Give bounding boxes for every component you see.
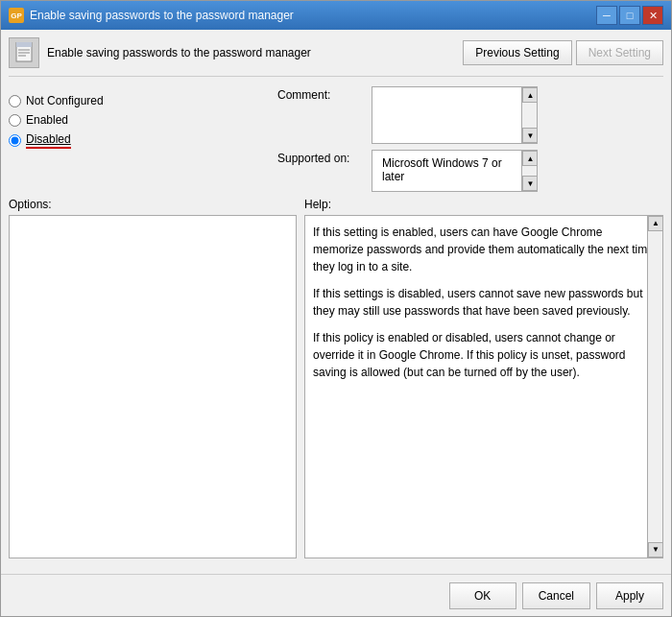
ok-button[interactable]: OK <box>449 582 516 609</box>
comment-scrollbar[interactable]: ▲ ▼ <box>521 87 537 143</box>
header-row: Enable saving passwords to the password … <box>9 37 663 77</box>
minimize-button[interactable]: ─ <box>596 6 617 25</box>
comment-textarea[interactable] <box>372 87 521 143</box>
supported-scrollbar[interactable]: ▲ ▼ <box>521 151 537 191</box>
help-section: Help: If this setting is enabled, users … <box>304 198 663 558</box>
previous-setting-button[interactable]: Previous Setting <box>463 40 571 65</box>
radio-disabled-label: Disabled <box>26 132 71 149</box>
radio-enabled[interactable]: Enabled <box>9 113 143 127</box>
help-scroll-down[interactable]: ▼ <box>648 542 663 558</box>
supported-box: Microsoft Windows 7 or later ▲ ▼ <box>372 150 538 192</box>
options-label: Options: <box>9 198 297 211</box>
comment-label: Comment: <box>277 86 364 102</box>
apply-button[interactable]: Apply <box>596 582 663 609</box>
next-setting-button[interactable]: Next Setting <box>576 40 663 65</box>
main-window: GP Enable saving passwords to the passwo… <box>0 0 672 617</box>
supported-scroll-down[interactable]: ▼ <box>522 176 538 191</box>
comment-row: Comment: ▲ ▼ <box>277 86 538 144</box>
options-box <box>9 215 297 558</box>
supported-scroll-up[interactable]: ▲ <box>522 151 538 166</box>
radio-disabled-input[interactable] <box>9 134 21 147</box>
window-icon: GP <box>9 8 24 23</box>
help-scrollbar[interactable]: ▲ ▼ <box>647 216 662 558</box>
svg-rect-1 <box>16 42 32 47</box>
config-section: Not Configured Enabled Disabled Comment: <box>9 86 663 192</box>
cancel-button[interactable]: Cancel <box>522 582 590 609</box>
help-paragraph-3: If this policy is enabled or disabled, u… <box>313 329 655 381</box>
title-bar: GP Enable saving passwords to the passwo… <box>1 1 671 30</box>
radio-not-configured-label: Not Configured <box>26 94 104 107</box>
comment-scroll-down[interactable]: ▼ <box>522 128 538 143</box>
close-button[interactable]: ✕ <box>642 6 663 25</box>
title-bar-buttons: ─ □ ✕ <box>596 6 663 25</box>
maximize-button[interactable]: □ <box>619 6 640 25</box>
header-title: Enable saving passwords to the password … <box>47 46 463 59</box>
help-label: Help: <box>304 198 663 211</box>
help-paragraph-2: If this settings is disabled, users cann… <box>313 285 655 320</box>
main-content: Enable saving passwords to the password … <box>1 30 671 574</box>
radio-enabled-label: Enabled <box>26 113 68 127</box>
comment-scroll-up[interactable]: ▲ <box>522 87 538 103</box>
radio-group: Not Configured Enabled Disabled <box>9 86 143 192</box>
window-title: Enable saving passwords to the password … <box>30 9 596 22</box>
header-buttons: Previous Setting Next Setting <box>463 40 663 65</box>
options-help-section: Options: Help: If this setting is enable… <box>9 198 663 558</box>
radio-enabled-input[interactable] <box>9 114 21 127</box>
supported-label: Supported on: <box>277 150 364 165</box>
options-section: Options: <box>9 198 297 558</box>
supported-row: Supported on: Microsoft Windows 7 or lat… <box>277 150 538 192</box>
policy-icon <box>9 37 39 68</box>
help-paragraph-1: If this setting is enabled, users can ha… <box>313 224 655 275</box>
fields-area: Comment: ▲ ▼ Supported on: Microsoft Win… <box>277 86 538 192</box>
bottom-bar: OK Cancel Apply <box>1 574 671 616</box>
comment-box: ▲ ▼ <box>372 86 538 144</box>
help-box: If this setting is enabled, users can ha… <box>304 215 663 558</box>
help-scroll-up[interactable]: ▲ <box>648 216 663 231</box>
radio-disabled[interactable]: Disabled <box>9 132 143 149</box>
supported-value: Microsoft Windows 7 or later <box>377 154 516 186</box>
radio-not-configured-input[interactable] <box>9 95 21 107</box>
radio-not-configured[interactable]: Not Configured <box>9 94 143 107</box>
help-text: If this setting is enabled, users can ha… <box>313 224 655 381</box>
